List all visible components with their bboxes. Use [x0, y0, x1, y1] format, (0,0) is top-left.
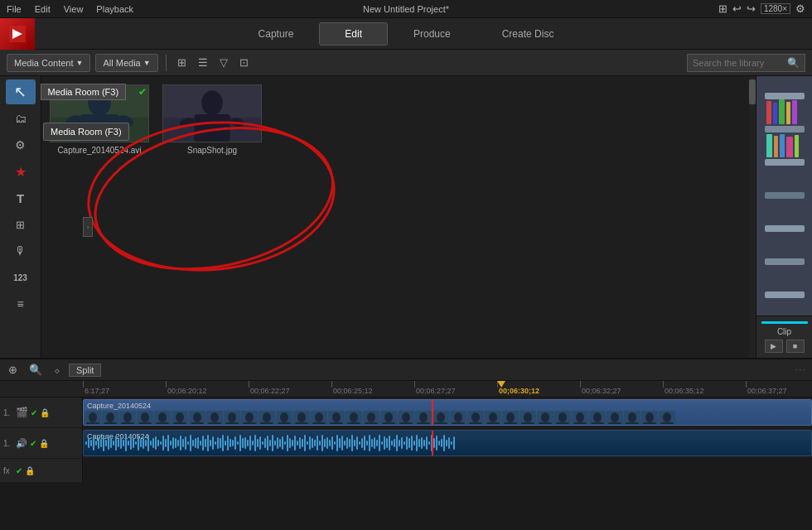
- menu-file[interactable]: File: [7, 4, 22, 14]
- video-clip[interactable]: Capture_20140524: [83, 399, 812, 426]
- svg-rect-45: [138, 422, 152, 424]
- svg-rect-126: [608, 422, 621, 424]
- track-row-audio: 1. 🔊 ✔ 🔒 Capture 20140524: [0, 428, 812, 458]
- svg-point-53: [193, 412, 201, 422]
- track-body-video[interactable]: Capture_20140524: [83, 398, 812, 427]
- resolution-display: 1280×: [761, 3, 790, 14]
- grid-view-btn[interactable]: ⊞: [174, 55, 190, 70]
- svg-point-44: [141, 412, 149, 422]
- clip-frame: [450, 411, 466, 424]
- redo-icon[interactable]: ↪: [747, 2, 756, 15]
- tl-marker-btn[interactable]: ⬦: [51, 363, 64, 377]
- timeline-ruler: 6:17;27 00;06:20;12 00;06:22;27 00;06:25…: [0, 381, 812, 398]
- svg-point-107: [506, 412, 515, 422]
- menu-edit[interactable]: Edit: [35, 4, 51, 14]
- clip-frame: [241, 411, 258, 424]
- side-tools: ↖ 🗂 ⚙ ★ T ⊞ 🎙 123 ≡: [0, 76, 41, 358]
- svg-rect-16: [765, 93, 805, 99]
- clip-frame: [554, 411, 571, 424]
- right-panel: Clip ▶ ■: [756, 76, 812, 358]
- svg-rect-102: [469, 422, 482, 424]
- clip-frame: [502, 411, 519, 424]
- tl-normalize-btn[interactable]: ⊕: [5, 363, 21, 377]
- media-content-dropdown[interactable]: Media Content ▼: [7, 54, 90, 72]
- svg-point-83: [367, 412, 375, 422]
- svg-point-62: [245, 412, 254, 422]
- menu-view[interactable]: View: [64, 4, 84, 14]
- track-body-audio[interactable]: Capture 20140524: [83, 428, 812, 458]
- svg-rect-90: [399, 422, 413, 424]
- search-input[interactable]: [693, 58, 784, 68]
- svg-rect-105: [486, 422, 500, 424]
- clip-stop-btn[interactable]: ■: [786, 340, 805, 353]
- svg-rect-36: [86, 422, 99, 424]
- clip-frame: [154, 411, 171, 424]
- sort-btn[interactable]: ⊡: [236, 55, 252, 70]
- track-lock-audio[interactable]: 🔒: [39, 439, 49, 448]
- title-btn[interactable]: T: [6, 186, 36, 210]
- right-thumb-image: [756, 76, 812, 316]
- all-media-dropdown[interactable]: All Media ▼: [95, 54, 157, 72]
- svg-rect-96: [434, 422, 447, 424]
- svg-point-110: [524, 412, 532, 422]
- svg-point-89: [402, 412, 410, 422]
- audio-btn[interactable]: 🎙: [6, 238, 36, 263]
- content-scrollbar[interactable]: [749, 76, 756, 358]
- track-lock-fx[interactable]: 🔒: [25, 466, 35, 475]
- clip-frame: [485, 411, 501, 424]
- audio-track-icon: 🔊: [16, 438, 27, 449]
- scrollbar-thumb[interactable]: [749, 80, 756, 104]
- svg-rect-32: [786, 137, 793, 157]
- track-lock-1[interactable]: 🔒: [40, 408, 50, 417]
- subtitle-btn[interactable]: 123: [6, 265, 36, 290]
- tab-create-disc[interactable]: Create Disc: [476, 22, 580, 46]
- tab-capture[interactable]: Capture: [233, 22, 320, 46]
- media-room-btn[interactable]: 🗂: [6, 106, 36, 131]
- ruler-label-3: 00;06:25;12: [331, 387, 373, 397]
- svg-point-4: [88, 89, 111, 115]
- svg-point-128: [628, 412, 636, 422]
- undo-icon[interactable]: ↩: [732, 2, 742, 15]
- ruler-label-2: 00;06:22;27: [249, 387, 290, 397]
- list-view-btn[interactable]: ☰: [195, 55, 211, 70]
- track-rows: 1. 🎬 ✔ 🔒 Capture_20140524: [0, 398, 812, 482]
- svg-point-122: [593, 412, 602, 422]
- clip-play-btn[interactable]: ▶: [765, 340, 783, 353]
- menu-playback[interactable]: Playback: [96, 4, 133, 14]
- media-thumb-image[interactable]: [162, 84, 262, 142]
- svg-rect-31: [780, 134, 785, 157]
- ruler-mark-3: 00;06:25;12: [331, 381, 414, 397]
- media-grid: ✔ 🎥 Capture_20140524.avi: [41, 76, 756, 163]
- tl-zoom-in-btn[interactable]: 🔍: [26, 363, 46, 377]
- tab-edit[interactable]: Edit: [319, 22, 388, 46]
- image-thumbnail-svg: [163, 84, 261, 142]
- track-body-fx[interactable]: [83, 459, 812, 482]
- tl-split-btn[interactable]: Split: [69, 364, 101, 377]
- svg-rect-29: [766, 134, 772, 157]
- svg-rect-51: [173, 422, 186, 424]
- video-playhead: [432, 400, 433, 425]
- timeline-toolbar: ⊕ 🔍 ⬦ Split ···: [0, 359, 812, 381]
- ruler-marks: 6:17;27 00;06:20;12 00;06:22;27 00;06:25…: [83, 381, 812, 397]
- plugin-btn[interactable]: ⚙: [6, 132, 36, 157]
- transition-btn[interactable]: ⊞: [6, 212, 36, 237]
- video-clip-label: Capture_20140524: [87, 402, 151, 410]
- track-row-fx: fx ✔ 🔒: [0, 459, 812, 482]
- clip-frame: [328, 411, 345, 424]
- audio-clip[interactable]: Capture 20140524: [83, 430, 812, 456]
- collapse-arrow[interactable]: ›: [83, 217, 93, 237]
- ruler-mark-2: 00;06:22;27: [249, 381, 331, 397]
- select-tool-btn[interactable]: ↖: [6, 80, 36, 104]
- filter-btn[interactable]: ▽: [216, 55, 231, 70]
- svg-point-47: [158, 412, 167, 422]
- grid-icon[interactable]: ⊞: [718, 2, 727, 15]
- clip-frame: [589, 411, 606, 424]
- svg-point-119: [576, 412, 584, 422]
- media-item[interactable]: ✔ 🎥 Capture_20140524.avi: [50, 84, 149, 155]
- tab-produce[interactable]: Produce: [388, 22, 476, 46]
- settings-icon[interactable]: ⚙: [795, 2, 805, 15]
- effect-btn[interactable]: ★: [6, 159, 36, 184]
- svg-rect-117: [556, 422, 569, 424]
- caption-btn[interactable]: ≡: [6, 292, 36, 316]
- media-item[interactable]: SnapShot.jpg: [162, 84, 262, 155]
